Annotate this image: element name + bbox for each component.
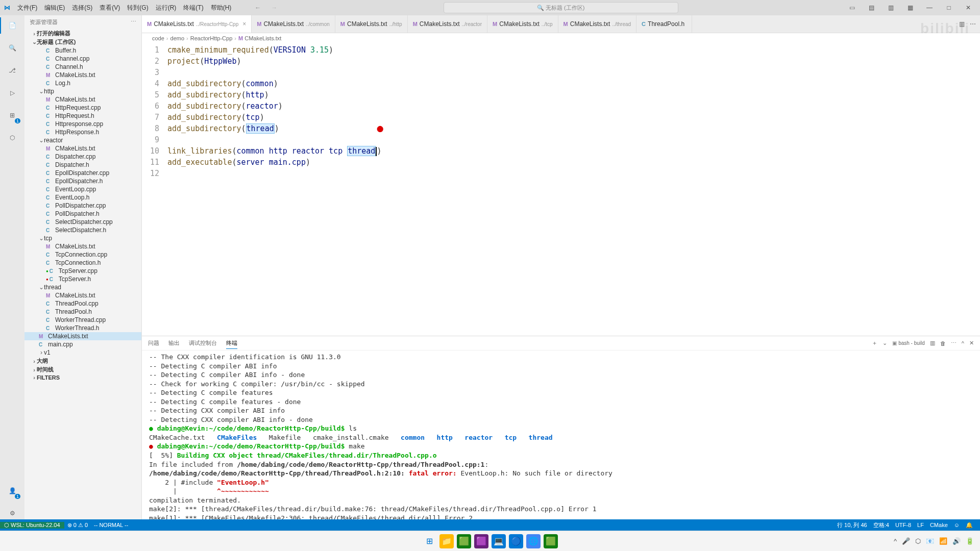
tray-icon[interactable]: 📧 [926,537,934,545]
tree-file[interactable]: CEventLoop.h [24,193,141,202]
tree-file[interactable]: ●CTcpServer.cpp [24,267,141,275]
tray-icon[interactable]: ⬡ [915,537,921,545]
search-activity-icon[interactable]: 🔍 [6,42,18,54]
tree-file[interactable]: CTcpConnection.h [24,259,141,267]
editor-tab[interactable]: CThreadPool.h [636,15,692,33]
breadcrumb-item[interactable]: M CMakeLists.txt [238,35,281,41]
kill-terminal-icon[interactable]: 🗑 [940,340,946,346]
tree-file[interactable]: CPollDispatcher.h [24,210,141,218]
tree-file[interactable]: ›FILTERS [24,374,141,381]
window-maximize[interactable]: □ [941,4,957,11]
taskbar-app-icon[interactable]: 🟩 [457,534,471,548]
tree-file[interactable]: CTcpConnection.cpp [24,251,141,259]
menu-item[interactable]: 运行(R) [153,3,180,13]
tree-file[interactable]: CLog.h [24,79,141,87]
problems-status[interactable]: ⊗ 0 ⚠ 0 [64,522,91,529]
window-close[interactable]: ✕ [961,4,976,11]
tree-file[interactable]: CWorkerThread.h [24,324,141,332]
menu-item[interactable]: 终端(T) [180,3,206,13]
command-center-search[interactable]: 🔍 无标题 (工作区) [444,2,678,13]
window-minimize[interactable]: — [922,4,937,11]
notifications-icon[interactable]: 🔔 [963,521,976,529]
taskbar-app-icon[interactable]: 💻 [492,534,506,548]
tree-file[interactable]: CSelectDispatcher.h [24,226,141,234]
tree-file[interactable]: CEpollDispatcher.h [24,177,141,185]
tree-file[interactable]: CThreadPool.h [24,308,141,316]
tray-icon[interactable]: 📶 [939,537,947,545]
remote-icon[interactable]: ⬡ [6,132,18,144]
tree-folder[interactable]: ⌄reactor [24,136,141,144]
more-actions-icon[interactable]: ⋯ [970,20,976,28]
tree-file[interactable]: CChannel.h [24,63,141,71]
extensions-icon[interactable]: ⊞1 [6,109,18,121]
tree-file[interactable]: ›时间线 [24,365,141,374]
menu-item[interactable]: 选择(S) [69,3,95,13]
workspace-root[interactable]: ⌄无标题 (工作区) [24,38,141,46]
tree-folder[interactable]: ⌄thread [24,283,141,291]
feedback-icon[interactable]: ☺ [951,521,963,529]
tree-file[interactable]: Cmain.cpp [24,340,141,348]
new-terminal-icon[interactable]: ＋ [872,339,877,347]
tree-file[interactable]: CThreadPool.cpp [24,299,141,308]
terminal-dropdown-icon[interactable]: ⌄ [883,340,887,346]
taskbar-app-icon[interactable]: 🔵 [509,534,523,548]
tree-file[interactable]: ›大纲 [24,357,141,365]
taskbar-app-icon[interactable]: ⊞ [422,534,436,548]
tree-file[interactable]: CHttpresponse.cpp [24,120,141,128]
menu-item[interactable]: 文件(F) [14,3,40,13]
editor-tab[interactable]: MCMakeLists.txt../tcp [487,15,558,33]
tree-file[interactable]: CDispatcher.h [24,161,141,169]
tree-folder[interactable]: ›v1 [24,348,141,357]
customize-icon[interactable]: ▦ [902,4,918,11]
tree-file[interactable]: MCMakeLists.txt [24,95,141,104]
editor-tab[interactable]: MCMakeLists.txt../ReactorHttp-Cpp× [142,15,252,33]
tree-file[interactable]: MCMakeLists.txt [24,332,141,340]
indentation-status[interactable]: 空格:4 [870,521,892,529]
tree-file[interactable]: CEpollDispatcher.cpp [24,169,141,177]
tree-file[interactable]: CChannel.cpp [24,55,141,63]
run-debug-icon[interactable]: ▷ [6,87,18,99]
tray-icon[interactable]: ^ [894,537,897,545]
menu-item[interactable]: 帮助(H) [208,3,235,13]
menu-item[interactable]: 查看(V) [96,3,123,13]
panel-tab[interactable]: 输出 [168,338,180,348]
menu-item[interactable]: 编辑(E) [41,3,68,13]
terminal-label[interactable]: ▣ bash - build [892,340,924,346]
editor-tab[interactable]: MCMakeLists.txt../http [335,15,408,33]
sidebar-icon[interactable]: ▥ [883,4,898,11]
tree-file[interactable]: CSelectDispatcher.cpp [24,218,141,226]
tray-icon[interactable]: 🎤 [902,537,910,545]
split-terminal-icon[interactable]: ▥ [930,340,935,346]
nav-forward-icon[interactable]: → [271,4,277,11]
explorer-icon[interactable]: 📄 [6,19,18,32]
remote-indicator[interactable]: ⬡ WSL: Ubuntu-22.04 [0,522,64,529]
menu-item[interactable]: 转到(G) [124,3,151,13]
tree-file[interactable]: MCMakeLists.txt [24,71,141,79]
tab-close-icon[interactable]: × [242,20,246,28]
editor-tab[interactable]: MCMakeLists.txt../common [252,15,335,33]
tree-folder[interactable]: ⌄tcp [24,234,141,242]
taskbar-app-icon[interactable]: 🟩 [544,534,558,548]
terminal-output[interactable]: -- The CXX compiler identification is GN… [142,350,980,519]
tree-file[interactable]: CDispatcher.cpp [24,153,141,161]
breadcrumb-item[interactable]: ReactorHttp-Cpp [190,35,233,41]
taskbar-app-icon[interactable]: 🌐 [526,534,541,548]
account-icon[interactable]: 👤1 [6,485,18,497]
editor-tab[interactable]: MCMakeLists.txt../thread [558,15,637,33]
more-terminal-icon[interactable]: ⋯ [951,340,957,346]
nav-back-forward[interactable]: ← → [255,4,277,11]
tree-file[interactable]: MCMakeLists.txt [24,242,141,251]
tree-file[interactable]: CPollDispatcher.cpp [24,202,141,210]
panel-tab[interactable]: 终端 [226,338,237,349]
breadcrumb[interactable]: code›demo›ReactorHttp-Cpp›M CMakeLists.t… [142,33,980,43]
eol-status[interactable]: LF [914,521,927,529]
tree-file[interactable]: CEventLoop.cpp [24,185,141,193]
language-mode[interactable]: CMake [927,521,951,529]
tree-folder[interactable]: ⌄http [24,87,141,95]
layout-icon[interactable]: ▭ [844,4,860,11]
taskbar-app-icon[interactable]: 📁 [439,534,454,548]
maximize-panel-icon[interactable]: ^ [962,340,964,346]
source-control-icon[interactable]: ⎇ [6,64,18,77]
tree-file[interactable]: CHttpResponse.h [24,128,141,136]
taskbar-app-icon[interactable]: 🟪 [474,534,488,548]
